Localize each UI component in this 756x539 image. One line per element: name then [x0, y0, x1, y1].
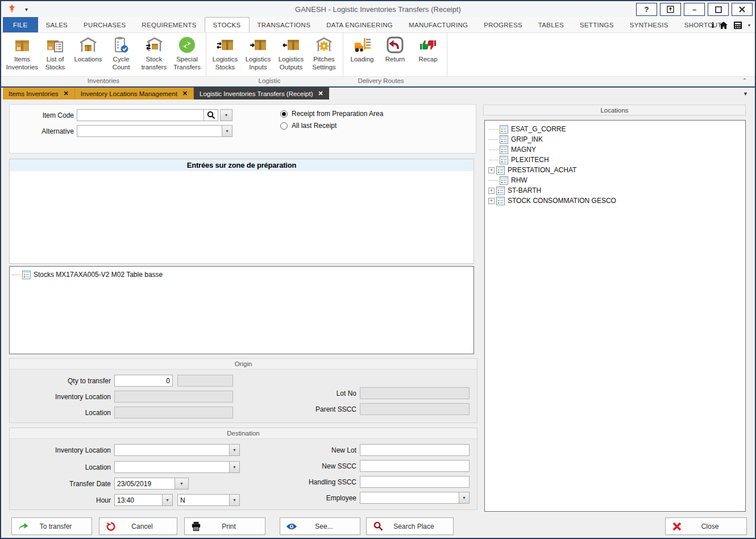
calculator-icon[interactable] — [733, 21, 742, 30]
close-window-button[interactable] — [732, 3, 753, 16]
loading-button[interactable]: Loading — [346, 34, 379, 64]
new-sscc-input[interactable] — [360, 460, 470, 472]
new-lot-input[interactable] — [360, 444, 470, 456]
logistics-inputs-button[interactable]: Logistics Inputs — [242, 34, 275, 72]
locations-button[interactable]: Locations — [72, 34, 105, 64]
stocks-tree-item[interactable]: Stocks MX17AXA005-V2 M02 Table basse — [10, 270, 473, 280]
close-button[interactable]: Close — [665, 517, 747, 535]
employee-label: Employee — [254, 494, 356, 502]
ribbon: Items Inventories List of Stocks Locatio… — [1, 33, 755, 86]
stock-transfers-button[interactable]: Stock transfers — [138, 34, 171, 72]
doc-tab-list-caret-icon[interactable]: ▼ — [743, 91, 748, 97]
hour-flag-combo[interactable]: N ▼ — [177, 494, 240, 506]
menu-tab-data-engineering[interactable]: DATA ENGINEERING — [318, 17, 401, 32]
tree-connector — [489, 150, 499, 150]
list-of-stocks-button[interactable]: List of Stocks — [39, 34, 72, 72]
cancel-button[interactable]: Cancel — [99, 517, 177, 535]
item-code-search-button[interactable] — [203, 109, 218, 121]
eye-icon — [280, 523, 303, 530]
logistics-stocks-button[interactable]: Logistics Stocks — [209, 34, 242, 72]
locations-panel-header: Locations — [483, 105, 746, 115]
origin-location-box — [114, 407, 233, 418]
doc-tab-close-icon[interactable]: ✕ — [318, 90, 323, 97]
location-tree-item[interactable]: + ST-BARTH — [485, 185, 745, 196]
menu-tab-sales[interactable]: SALES — [38, 17, 76, 32]
location-tree-item[interactable]: ESAT_G_CORRE — [485, 124, 745, 134]
doc-tab-items-inventories[interactable]: Items Inventories ✕ — [3, 88, 75, 99]
menu-tab-transactions[interactable]: TRANSACTIONS — [250, 17, 319, 32]
menu-tab-tables[interactable]: TABLES — [530, 17, 572, 32]
float-window-button[interactable] — [660, 3, 681, 16]
toolbar-options-caret-icon[interactable]: ▾ — [748, 23, 750, 28]
minimize-button[interactable]: – — [684, 3, 705, 16]
chevron-down-icon[interactable]: ▼ — [222, 126, 232, 136]
search-place-button[interactable]: Search Place — [366, 517, 454, 535]
radio-all-last-receipt[interactable]: All last Receipt — [280, 122, 337, 130]
chevron-down-icon[interactable]: ▼ — [229, 495, 239, 505]
location-tree-item[interactable]: MAGNY — [485, 144, 745, 155]
dest-inventory-location-combo[interactable]: ▼ — [114, 444, 240, 456]
alternative-combo[interactable]: ▼ — [77, 125, 232, 137]
help-button[interactable]: ? — [636, 3, 657, 16]
chevron-down-icon[interactable]: ▼ — [229, 445, 239, 455]
tree-connector — [489, 180, 499, 181]
close-window-icon — [739, 6, 745, 13]
menu-tab-progress[interactable]: PROGRESS — [476, 17, 530, 32]
chevron-down-icon[interactable]: ▼ — [459, 492, 469, 503]
box-arrow-out-icon — [281, 35, 301, 55]
doc-tab-close-icon[interactable]: ✕ — [182, 90, 188, 97]
maximize-button[interactable] — [708, 3, 729, 16]
employee-combo[interactable]: ▼ — [360, 492, 470, 504]
menu-tab-stocks[interactable]: STOCKS — [205, 17, 250, 32]
qty-to-transfer-input[interactable] — [114, 375, 173, 387]
home-icon[interactable] — [719, 21, 728, 30]
handling-sscc-input[interactable] — [360, 476, 470, 488]
expand-icon[interactable]: + — [488, 198, 495, 204]
see-button[interactable]: See... — [280, 517, 360, 535]
menu-tab-manufacturing[interactable]: MANUFACTURING — [401, 17, 476, 32]
preparation-entries-list[interactable] — [10, 171, 473, 263]
doc-tab-inventory-locations[interactable]: Inventory Locations Management ✕ — [75, 88, 194, 99]
to-transfer-button[interactable]: To transfer — [11, 517, 92, 535]
print-button[interactable]: Print — [184, 517, 265, 535]
collapse-ribbon-icon[interactable]: ⌃ — [742, 77, 747, 84]
warehouse-icon — [78, 35, 98, 55]
ribbon-tab-bar: FILE SALES PURCHASES REQUIREMENTS STOCKS… — [1, 17, 755, 33]
location-tree-item[interactable]: PLEXITECH — [485, 155, 745, 165]
origin-group-title: Origin — [10, 359, 477, 370]
dest-location-combo[interactable]: ▼ — [114, 461, 240, 473]
menu-tab-settings[interactable]: SETTINGS — [572, 17, 622, 32]
menu-tab-synthesis[interactable]: SYNTHESIS — [622, 17, 676, 32]
chevron-down-icon[interactable]: ▼ — [162, 495, 172, 505]
recap-button[interactable]: Recap — [412, 34, 445, 64]
chevron-down-icon[interactable]: ▼ — [229, 462, 239, 472]
return-button[interactable]: Return — [379, 34, 412, 64]
menu-tab-requirements[interactable]: REQUIREMENTS — [134, 17, 204, 32]
item-code-dropdown-button[interactable]: ▼ — [220, 109, 232, 121]
item-code-input[interactable] — [77, 109, 204, 121]
menu-tab-purchases[interactable]: PURCHASES — [76, 17, 134, 32]
doc-tab-logistic-transfers-active[interactable]: Logistic Inventories Transfers (Receipt)… — [194, 88, 329, 99]
location-tree-item[interactable]: + PRESTATION_ACHAT — [485, 165, 745, 175]
location-tree-item[interactable]: RHW — [485, 175, 745, 185]
cycle-count-button[interactable]: Cycle Count — [105, 34, 138, 72]
doc-tab-close-icon[interactable]: ✕ — [64, 90, 69, 97]
items-inventories-button[interactable]: Items Inventories — [6, 34, 39, 72]
maximize-icon — [715, 6, 722, 13]
special-transfers-button[interactable]: Special Transfers — [171, 34, 203, 72]
menu-tab-file[interactable]: FILE — [3, 17, 38, 32]
transfer-date-picker[interactable]: 23/05/2019 ▼ — [114, 478, 189, 490]
calendar-dropdown-icon[interactable]: ▼ — [175, 478, 188, 489]
locations-tree: ESAT_G_CORRE GRIP_INK MAGNY PLEXITECH + … — [484, 120, 746, 512]
location-tree-item[interactable]: GRIP_INK — [485, 134, 745, 144]
radio-receipt-from-prep-area[interactable]: Receipt from Preparation Area — [280, 110, 383, 118]
expand-icon[interactable]: + — [488, 188, 495, 194]
info-icon[interactable]: i — [712, 20, 714, 30]
pitches-settings-button[interactable]: Pitches Settings — [308, 34, 340, 72]
hour-combo[interactable]: 13:40 ▼ — [114, 494, 173, 506]
quick-access-caret-icon[interactable]: ▾ — [25, 6, 28, 13]
expand-icon[interactable]: + — [488, 167, 495, 173]
location-tree-item[interactable]: + STOCK CONSOMMATION GESCO — [485, 196, 745, 206]
logistics-outputs-button[interactable]: Logistics Outputs — [275, 34, 308, 72]
handling-sscc-label: Handling SSCC — [254, 478, 356, 486]
